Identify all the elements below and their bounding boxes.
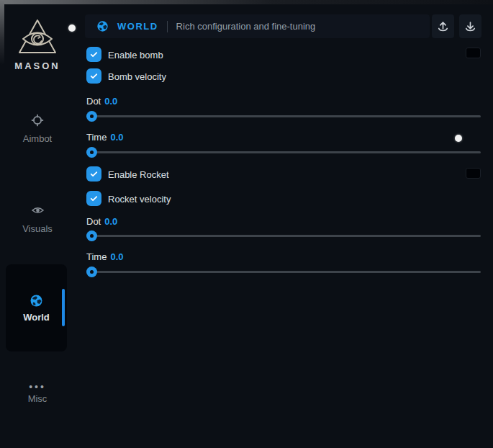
slider-thumb[interactable] xyxy=(86,111,97,122)
cursor-dot xyxy=(68,24,76,32)
checkbox-enable-rocket[interactable] xyxy=(86,166,101,182)
slider-thumb[interactable] xyxy=(86,266,97,277)
sidebar-item-visuals[interactable]: Visuals xyxy=(0,204,75,234)
sidebar-item-aimbot[interactable]: Aimbot xyxy=(0,114,75,144)
page-header: WORLD Rich configuration and fine-tuning xyxy=(85,14,430,38)
slider-label: Dot0.0 xyxy=(86,216,117,227)
slider-track-bomb-dot[interactable] xyxy=(86,115,481,117)
import-config-button[interactable] xyxy=(459,14,481,38)
sidebar-item-label: Misc xyxy=(0,393,75,404)
checkbox-bomb-velocity[interactable] xyxy=(86,68,101,84)
mason-menu-window: MASON Aimbot Visuals World xyxy=(0,0,493,448)
slider-value: 0.0 xyxy=(104,96,117,107)
slider-track-bomb-time[interactable] xyxy=(86,151,481,153)
checkmark-icon xyxy=(89,50,99,59)
mason-logo xyxy=(16,17,59,62)
active-tab-indicator xyxy=(62,289,65,326)
checkbox-rocket-velocity[interactable] xyxy=(86,191,101,206)
sidebar: MASON Aimbot Visuals World xyxy=(0,0,75,448)
slider-value: 0.0 xyxy=(110,251,123,262)
eye-icon xyxy=(31,204,45,217)
export-config-button[interactable] xyxy=(432,14,454,38)
slider-track-rocket-dot[interactable] xyxy=(86,235,481,237)
slider-thumb[interactable] xyxy=(86,230,97,241)
slider-label: Time0.0 xyxy=(86,251,123,262)
ellipsis-icon: ••• xyxy=(0,384,75,390)
sidebar-item-label: World xyxy=(23,312,50,323)
all-seeing-eye-icon xyxy=(16,17,59,59)
download-icon xyxy=(464,20,476,32)
header-subtitle: Rich configuration and fine-tuning xyxy=(176,21,316,32)
toggle-label: Enable bomb xyxy=(108,50,163,61)
sidebar-item-label: Aimbot xyxy=(0,133,75,144)
toggle-label: Bomb velocity xyxy=(108,71,166,82)
checkmark-icon xyxy=(89,194,99,203)
brand-name: MASON xyxy=(0,61,75,71)
keybind-box[interactable] xyxy=(466,168,481,179)
header-tab-label: WORLD xyxy=(117,21,158,32)
header-divider xyxy=(167,21,168,32)
checkmark-icon xyxy=(89,71,99,81)
crosshair-icon xyxy=(31,114,44,127)
cursor-dot xyxy=(455,135,462,142)
checkbox-enable-bomb[interactable] xyxy=(86,47,101,62)
slider-track-rocket-time[interactable] xyxy=(86,271,481,273)
upload-icon xyxy=(437,20,449,32)
slider-label: Time0.0 xyxy=(86,132,123,143)
keybind-box[interactable] xyxy=(466,48,481,58)
globe-icon xyxy=(96,20,109,32)
sidebar-item-world-active[interactable]: World xyxy=(6,264,67,351)
toggle-label: Rocket velocity xyxy=(108,194,171,205)
sidebar-item-misc[interactable]: ••• Misc xyxy=(0,384,75,404)
sidebar-item-label: Visuals xyxy=(0,223,75,234)
toggle-label: Enable Rocket xyxy=(108,169,169,180)
slider-label: Dot0.0 xyxy=(86,96,117,107)
globe-icon xyxy=(30,294,43,308)
slider-value: 0.0 xyxy=(110,132,123,143)
slider-thumb[interactable] xyxy=(86,147,97,158)
checkmark-icon xyxy=(89,169,99,179)
slider-value: 0.0 xyxy=(104,216,117,227)
